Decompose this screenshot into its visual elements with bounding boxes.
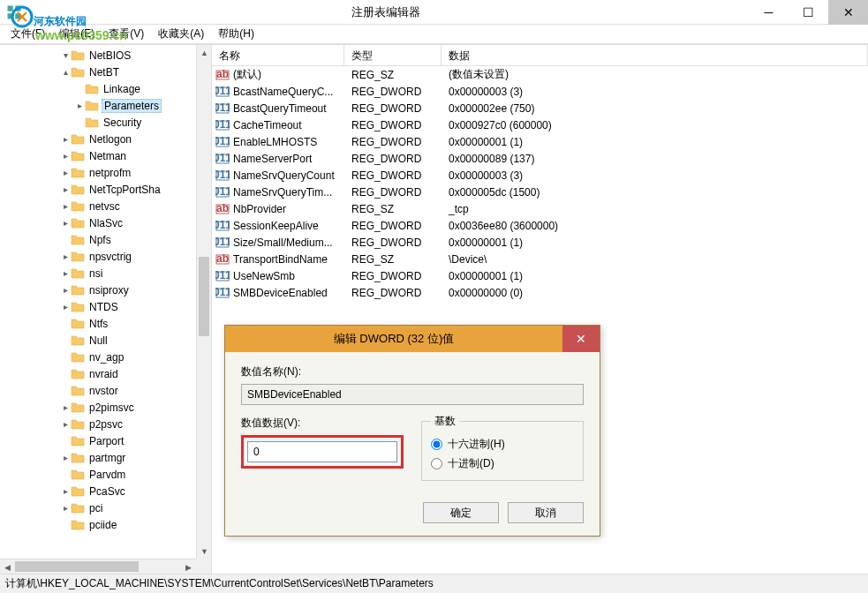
menu-view[interactable]: 查看(V) bbox=[102, 25, 151, 43]
radix-hex-radio[interactable] bbox=[431, 439, 442, 450]
folder-icon bbox=[85, 116, 99, 130]
tree-item[interactable]: ▸Netman bbox=[0, 147, 211, 164]
value-type: REG_DWORD bbox=[344, 220, 442, 232]
titlebar: 注册表编辑器 ─ ☐ ✕ bbox=[0, 0, 868, 25]
expander-icon[interactable]: ▴ bbox=[60, 67, 71, 77]
menu-help[interactable]: 帮助(H) bbox=[211, 25, 261, 43]
expander-icon[interactable]: ▸ bbox=[60, 503, 71, 513]
tree-item[interactable]: pciide bbox=[0, 516, 211, 533]
col-data[interactable]: 数据 bbox=[442, 45, 868, 65]
value-data: (数值未设置) bbox=[442, 67, 868, 82]
expander-icon[interactable]: ▸ bbox=[60, 184, 71, 194]
list-row[interactable]: EnableLMHOSTSREG_DWORD0x00000001 (1) bbox=[212, 133, 868, 150]
list-row[interactable]: SMBDeviceEnabledREG_DWORD0x00000000 (0) bbox=[212, 284, 868, 301]
list-row[interactable]: Size/Small/Medium...REG_DWORD0x00000001 … bbox=[212, 234, 868, 251]
tree-item[interactable]: Parport bbox=[0, 432, 211, 449]
tree-item-label: NTDS bbox=[87, 301, 120, 313]
tree-item[interactable]: ▸pci bbox=[0, 499, 211, 516]
tree-item-label: Parvdm bbox=[87, 469, 127, 481]
expander-icon[interactable]: ▸ bbox=[60, 486, 71, 496]
radix-hex-option[interactable]: 十六进制(H) bbox=[431, 434, 574, 454]
folder-icon bbox=[71, 401, 85, 415]
value-data: 0x00000001 (1) bbox=[442, 136, 868, 148]
list-row[interactable]: BcastQueryTimeoutREG_DWORD0x000002ee (75… bbox=[212, 100, 868, 116]
list-row[interactable]: BcastNameQueryC...REG_DWORD0x00000003 (3… bbox=[212, 83, 868, 100]
tree-scrollbar-h[interactable]: ◀ ▶ bbox=[0, 559, 196, 574]
binary-value-icon bbox=[215, 269, 230, 283]
list-row[interactable]: NameSrvQueryCountREG_DWORD0x00000003 (3) bbox=[212, 167, 868, 184]
tree-item[interactable]: ▸Netlogon bbox=[0, 131, 211, 147]
tree-item[interactable]: Null bbox=[0, 332, 211, 349]
tree-item[interactable]: ▸NlaSvc bbox=[0, 214, 211, 231]
expander-icon[interactable]: ▸ bbox=[60, 453, 71, 462]
tree-item[interactable]: ▾NetBIOS bbox=[0, 47, 211, 64]
minimize-button[interactable]: ─ bbox=[749, 0, 789, 25]
expander-icon[interactable]: ▸ bbox=[60, 251, 71, 261]
value-type: REG_DWORD bbox=[344, 119, 442, 131]
tree-item[interactable]: Security bbox=[0, 114, 211, 131]
tree-item[interactable]: ▸nsiproxy bbox=[0, 281, 211, 298]
tree-item[interactable]: ▸netvsc bbox=[0, 198, 211, 214]
tree-item[interactable]: ▸partmgr bbox=[0, 449, 211, 466]
tree-item[interactable]: ▸PcaSvc bbox=[0, 483, 211, 499]
tree-item-label: PcaSvc bbox=[87, 485, 127, 498]
tree-item[interactable]: ▸Parameters bbox=[0, 97, 211, 114]
tree-item[interactable]: ▸p2pimsvc bbox=[0, 399, 211, 416]
expander-icon[interactable]: ▾ bbox=[60, 50, 71, 60]
tree-item-label: netprofm bbox=[87, 167, 132, 179]
list-row[interactable]: NbProviderREG_SZ_tcp bbox=[212, 200, 868, 217]
list-row[interactable]: CacheTimeoutREG_DWORD0x000927c0 (600000) bbox=[212, 116, 868, 133]
expander-icon[interactable]: ▸ bbox=[60, 419, 71, 429]
value-name: NameSrvQueryCount bbox=[233, 169, 335, 182]
expander-icon[interactable]: ▸ bbox=[60, 151, 71, 161]
tree-item[interactable]: ▸netprofm bbox=[0, 164, 211, 181]
tree-item[interactable]: nvstor bbox=[0, 382, 211, 399]
tree-item[interactable]: ▸nsi bbox=[0, 265, 211, 281]
radix-dec-radio[interactable] bbox=[431, 458, 442, 469]
menu-edit[interactable]: 编辑(E) bbox=[52, 25, 102, 43]
expander-icon[interactable]: ▸ bbox=[60, 268, 71, 278]
tree-item[interactable]: Ntfs bbox=[0, 315, 211, 332]
tree-item[interactable]: ▸p2psvc bbox=[0, 416, 211, 432]
value-data: 0x00000003 (3) bbox=[442, 169, 868, 182]
ok-button[interactable]: 确定 bbox=[423, 502, 499, 523]
list-row[interactable]: TransportBindNameREG_SZ\Device\ bbox=[212, 251, 868, 267]
expander-icon[interactable]: ▸ bbox=[60, 218, 71, 228]
expander-icon[interactable]: ▸ bbox=[60, 285, 71, 295]
tree-scrollbar-v[interactable]: ▲ ▼ bbox=[196, 45, 211, 559]
col-type[interactable]: 类型 bbox=[344, 45, 442, 65]
close-button[interactable]: ✕ bbox=[828, 0, 868, 25]
col-name[interactable]: 名称 bbox=[212, 45, 344, 65]
tree-item[interactable]: ▸npsvctrig bbox=[0, 248, 211, 265]
list-row[interactable]: (默认)REG_SZ(数值未设置) bbox=[212, 66, 868, 83]
expander-icon[interactable]: ▸ bbox=[60, 402, 71, 412]
tree-item[interactable]: Parvdm bbox=[0, 466, 211, 483]
cancel-button[interactable]: 取消 bbox=[508, 502, 584, 523]
menu-file[interactable]: 文件(F) bbox=[4, 25, 52, 43]
tree-item[interactable]: nv_agp bbox=[0, 349, 211, 365]
list-row[interactable]: NameSrvQueryTim...REG_DWORD0x000005dc (1… bbox=[212, 184, 868, 200]
expander-icon[interactable]: ▸ bbox=[60, 302, 71, 312]
tree-item[interactable]: ▴NetBT bbox=[0, 64, 211, 80]
tree-item[interactable]: ▸NTDS bbox=[0, 298, 211, 315]
list-row[interactable]: SessionKeepAliveREG_DWORD0x0036ee80 (360… bbox=[212, 217, 868, 234]
value-data-field[interactable] bbox=[247, 441, 397, 462]
expander-icon[interactable]: ▸ bbox=[74, 101, 85, 110]
folder-icon bbox=[71, 199, 85, 214]
dialog-close-button[interactable]: ✕ bbox=[562, 326, 600, 352]
expander-icon[interactable]: ▸ bbox=[60, 168, 71, 177]
tree-item[interactable]: nvraid bbox=[0, 365, 211, 382]
menu-favorites[interactable]: 收藏夹(A) bbox=[151, 25, 211, 43]
value-data: 0x000002ee (750) bbox=[442, 102, 868, 115]
maximize-button[interactable]: ☐ bbox=[789, 0, 828, 25]
tree-item-label: NlaSvc bbox=[87, 217, 125, 229]
tree-item[interactable]: Linkage bbox=[0, 80, 211, 97]
list-row[interactable]: UseNewSmbREG_DWORD0x00000001 (1) bbox=[212, 267, 868, 284]
expander-icon[interactable]: ▸ bbox=[60, 201, 71, 211]
list-row[interactable]: NameServerPortREG_DWORD0x00000089 (137) bbox=[212, 150, 868, 167]
tree-item[interactable]: ▸NetTcpPortSha bbox=[0, 181, 211, 198]
expander-icon[interactable]: ▸ bbox=[60, 134, 71, 144]
radix-dec-option[interactable]: 十进制(D) bbox=[431, 454, 574, 473]
tree-item[interactable]: Npfs bbox=[0, 231, 211, 248]
value-data: 0x00000089 (137) bbox=[442, 153, 868, 165]
